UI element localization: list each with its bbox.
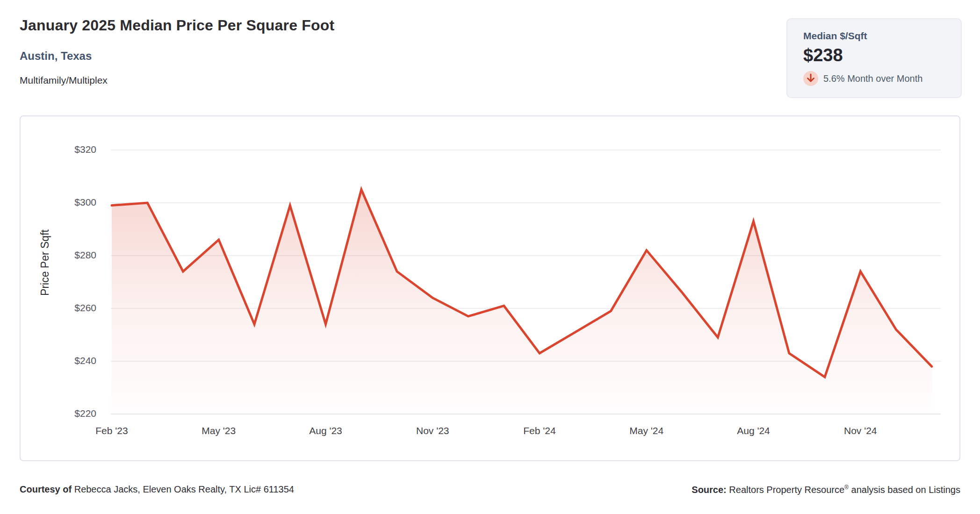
down-arrow-icon	[803, 71, 818, 86]
median-stat-card: Median $/Sqft $238 5.6% Month over Month	[786, 18, 962, 98]
registered-mark: ®	[844, 484, 849, 491]
y-axis-title: Price Per Sqft	[39, 229, 51, 296]
x-tick-label: Aug '23	[293, 425, 359, 436]
page-title: January 2025 Median Price Per Square Foo…	[20, 17, 334, 34]
x-tick-label: May '23	[186, 425, 252, 436]
courtesy-value: Rebecca Jacks, Eleven Oaks Realty, TX Li…	[72, 484, 294, 494]
y-tick-label: $220	[40, 408, 96, 419]
x-tick-label: Feb '24	[507, 425, 572, 436]
x-tick-label: Aug '24	[721, 425, 786, 436]
price-area	[112, 190, 932, 414]
stat-label: Median $/Sqft	[803, 30, 961, 42]
source-name: Realtors Property Resource	[727, 485, 844, 495]
y-tick-label: $260	[40, 302, 96, 314]
location-subtitle: Austin, Texas	[20, 50, 92, 63]
source-label: Source:	[692, 485, 726, 495]
courtesy-text: Courtesy of Rebecca Jacks, Eleven Oaks R…	[20, 484, 294, 495]
x-tick-label: Nov '24	[828, 425, 893, 436]
source-text: Source: Realtors Property Resource® anal…	[692, 484, 960, 495]
source-suffix: analysis based on Listings	[849, 485, 960, 495]
price-line-chart	[21, 116, 959, 460]
y-tick-label: $280	[40, 250, 96, 261]
courtesy-label: Courtesy of	[20, 484, 72, 494]
y-tick-label: $240	[40, 355, 96, 366]
stat-value: $238	[803, 45, 961, 65]
y-tick-label: $300	[40, 197, 96, 208]
month-over-month-row: 5.6% Month over Month	[803, 71, 961, 86]
chart-card: Price Per Sqft $220$240$260$280$300$320 …	[20, 115, 960, 461]
y-tick-label: $320	[40, 144, 96, 155]
property-type-label: Multifamily/Multiplex	[20, 75, 108, 86]
x-tick-label: Nov '23	[400, 425, 465, 436]
x-tick-label: May '24	[614, 425, 679, 436]
stat-change-text: 5.6% Month over Month	[823, 73, 922, 84]
x-tick-label: Feb '23	[79, 425, 144, 436]
